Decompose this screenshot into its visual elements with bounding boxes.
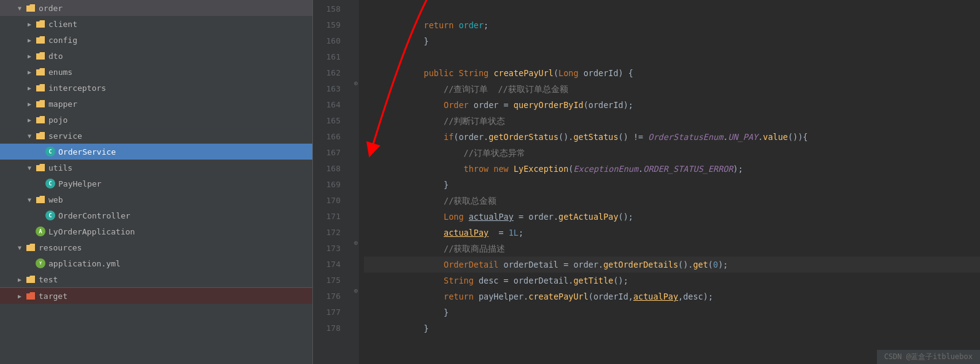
arrow-icon: ▼ [25, 196, 34, 203]
code-line [364, 320, 980, 336]
file-tree-sidebar: ▼ order ▶ client ▶ config ▶ dto ▶ enums [0, 0, 313, 364]
class-icon: C [45, 211, 55, 220]
sidebar-item-label: OrderService [58, 147, 116, 157]
arrow-icon: ▼ [25, 133, 34, 139]
sidebar-item-label: test [39, 275, 58, 284]
sidebar-item-label: web [48, 195, 63, 204]
folder-icon [36, 195, 45, 204]
sidebar-item-utils[interactable]: ▼ utils [0, 160, 312, 176]
sidebar-item-label: resources [39, 243, 82, 252]
sidebar-item-label: OrderController [58, 211, 130, 220]
sidebar-item-label: utils [48, 163, 72, 172]
folder-icon [36, 131, 45, 140]
sidebar-item-web[interactable]: ▼ web [0, 192, 312, 207]
class-icon: C [45, 179, 55, 188]
arrow-icon: ▼ [15, 244, 25, 251]
sidebar-item-label: client [48, 20, 77, 29]
folder-icon [26, 292, 36, 300]
sidebar-item-label: LyOrderApplication [48, 227, 135, 236]
sidebar-item-label: target [39, 292, 68, 301]
sidebar-item-test[interactable]: ▶ test [0, 271, 312, 287]
arrow-icon: ▼ [15, 5, 25, 12]
watermark-bar: CSDN @蓝盒子itbluebox [877, 350, 980, 364]
sidebar-item-target[interactable]: ▶ target [0, 288, 312, 304]
breakpoint-icon: ⊙ [354, 239, 358, 246]
sidebar-item-resources[interactable]: ▼ resources [0, 239, 312, 255]
sidebar-item-pojo[interactable]: ▶ pojo [0, 112, 312, 128]
line-numbers: 158 159 160 161 162 163 164 165 166 167 … [313, 0, 347, 364]
sidebar-item-label: config [48, 36, 77, 45]
watermark-text: CSDN @蓝盒子itbluebox [884, 352, 973, 362]
code-editor: 158 159 160 161 162 163 164 165 166 167 … [313, 0, 980, 364]
arrow-icon: ▶ [15, 293, 25, 300]
sidebar-item-OrderController[interactable]: ▶ C OrderController [0, 207, 312, 223]
folder-icon [36, 36, 45, 44]
sidebar-item-enums[interactable]: ▶ enums [0, 64, 312, 80]
arrow-icon: ▶ [25, 101, 34, 107]
folder-icon [36, 83, 45, 92]
sidebar-item-label: interceptors [48, 83, 106, 93]
sidebar-item-label: order [39, 4, 63, 13]
code-content[interactable]: return order; } public String createPayU… [359, 0, 980, 364]
breakpoint-icon: ⊙ [354, 287, 358, 294]
sidebar-item-PayHelper[interactable]: ▶ C PayHelper [0, 176, 312, 192]
folder-icon [26, 275, 36, 284]
code-line: return order; [364, 1, 980, 17]
sidebar-item-label: PayHelper [58, 179, 101, 188]
sidebar-bottom: ▶ target [0, 287, 312, 304]
gutter: ⊙ ⊙ ⊙ [347, 0, 359, 364]
sidebar-item-application-yml[interactable]: ▶ Y application.yml [0, 255, 312, 271]
sidebar-item-dto[interactable]: ▶ dto [0, 48, 312, 64]
arrow-icon: ▼ [25, 165, 34, 171]
sidebar-item-label: mapper [48, 99, 77, 109]
sidebar-item-LyOrderApplication[interactable]: ▶ A LyOrderApplication [0, 223, 312, 239]
arrow-icon: ▶ [25, 69, 34, 76]
arrow-icon: ▶ [15, 276, 25, 283]
sidebar-item-service[interactable]: ▼ service [0, 128, 312, 144]
code-line: //获取总金额 [364, 177, 980, 193]
folder-icon [36, 52, 45, 60]
code-line: public String createPayUrl(Long orderId)… [364, 49, 980, 65]
folder-icon [36, 20, 45, 28]
sidebar-item-label: dto [48, 52, 63, 61]
sidebar-item-mapper[interactable]: ▶ mapper [0, 96, 312, 112]
sidebar-item-client[interactable]: ▶ client [0, 16, 312, 32]
code-area: 158 159 160 161 162 163 164 165 166 167 … [313, 0, 980, 364]
folder-icon [36, 163, 45, 172]
sidebar-item-order[interactable]: ▼ order [0, 0, 312, 16]
arrow-icon: ▶ [25, 85, 34, 91]
arrow-icon: ▶ [25, 53, 34, 60]
folder-icon [26, 4, 36, 12]
breakpoint-icon: ⊙ [354, 80, 358, 87]
sidebar-item-label: service [48, 131, 82, 141]
sidebar-item-interceptors[interactable]: ▶ interceptors [0, 80, 312, 96]
sidebar-item-label: enums [48, 68, 72, 77]
code-line [364, 33, 980, 49]
arrow-icon: ▶ [25, 37, 34, 44]
arrow-icon: ▶ [25, 21, 34, 28]
arrow-icon: ▶ [25, 117, 34, 123]
folder-icon [36, 99, 45, 108]
folder-icon [36, 68, 45, 76]
sidebar-item-label: application.yml [48, 259, 120, 268]
sidebar-item-OrderService[interactable]: ▶ C OrderService [0, 144, 312, 160]
app-icon: A [36, 227, 45, 236]
yaml-icon: Y [36, 258, 45, 268]
class-icon: C [45, 147, 55, 157]
sidebar-item-config[interactable]: ▶ config [0, 32, 312, 48]
folder-icon [36, 115, 45, 124]
folder-icon [26, 243, 36, 252]
code-line: } [364, 304, 980, 320]
sidebar-item-label: pojo [48, 115, 68, 125]
